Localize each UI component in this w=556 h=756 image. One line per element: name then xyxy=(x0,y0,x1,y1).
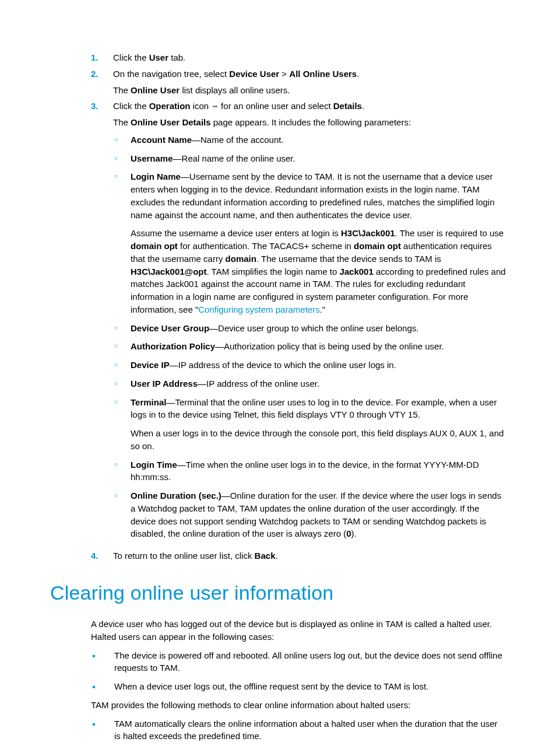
param-terminal-note: When a user logs in to the device throug… xyxy=(131,427,506,453)
step-number: 3. xyxy=(91,100,98,546)
param-device-user-group: ○Device User Group—Device user group to … xyxy=(113,322,506,335)
clearing-methods-intro: TAM provides the following methods to cl… xyxy=(91,699,506,712)
step-number: 2. xyxy=(91,68,98,97)
clearing-methods-list: •TAM automatically clears the online inf… xyxy=(91,718,506,743)
param-account-name: ○Account Name—Name of the account. xyxy=(113,134,506,146)
param-terminal: ○ Terminal—Terminal that the online user… xyxy=(113,396,506,453)
circle-bullet-icon: ○ xyxy=(113,152,131,165)
circle-bullet-icon: ○ xyxy=(113,396,131,453)
param-login-time: ○Login Time—Time when the online user lo… xyxy=(113,459,506,484)
step-4: 4. To return to the online user list, cl… xyxy=(50,550,506,562)
list-item: •TAM automatically clears the online inf… xyxy=(91,718,506,743)
parameter-list: ○Account Name—Name of the account. ○User… xyxy=(113,134,506,540)
step-1: 1. Click the User tab. xyxy=(50,51,506,64)
param-online-duration: ○Online Duration (sec.)—Online duration … xyxy=(113,489,506,540)
circle-bullet-icon: ○ xyxy=(113,134,131,146)
clearing-intro: A device user who has logged out of the … xyxy=(91,618,506,643)
bullet-icon: • xyxy=(91,680,114,693)
step-subtext: The Online User list displays all online… xyxy=(113,84,506,97)
step-number: 4. xyxy=(91,550,98,562)
param-user-ip-address: ○User IP Address—IP address of the onlin… xyxy=(113,377,506,390)
circle-bullet-icon: ○ xyxy=(113,340,131,353)
param-username: ○Username—Real name of the online user. xyxy=(113,152,506,165)
step-number: 1. xyxy=(91,51,98,64)
step-text: On the navigation tree, select Device Us… xyxy=(113,69,359,79)
section-heading-clearing-online-user-info: Clearing online user information xyxy=(50,579,506,607)
circle-bullet-icon: ○ xyxy=(113,489,131,540)
circle-bullet-icon: ○ xyxy=(113,170,131,316)
ellipsis-icon: ••• xyxy=(211,102,219,111)
circle-bullet-icon: ○ xyxy=(113,359,131,372)
param-login-name: ○ Login Name—Username sent by the device… xyxy=(113,170,506,316)
halted-cases-list: •The device is powered off and rebooted.… xyxy=(91,649,506,693)
param-authorization-policy: ○Authorization Policy—Authorization poli… xyxy=(113,340,506,353)
circle-bullet-icon: ○ xyxy=(113,377,131,390)
step-text: Click the Operation icon ••• for an onli… xyxy=(113,101,364,111)
circle-bullet-icon: ○ xyxy=(113,459,131,484)
bullet-icon: • xyxy=(91,649,114,675)
circle-bullet-icon: ○ xyxy=(113,322,131,335)
bullet-icon: • xyxy=(91,718,114,743)
list-item: •When a device user logs out, the offlin… xyxy=(91,680,506,693)
step-2: 2. On the navigation tree, select Device… xyxy=(50,68,506,97)
step-text: To return to the online user list, click… xyxy=(113,551,278,561)
step-3: 3. Click the Operation icon ••• for an o… xyxy=(50,100,506,546)
configuring-system-parameters-link[interactable]: Configuring system parameters xyxy=(198,304,319,314)
param-login-name-example: Assume the username a device user enters… xyxy=(131,227,506,316)
step-text: Click the User tab. xyxy=(113,52,185,62)
param-device-ip: ○Device IP—IP address of the device to w… xyxy=(113,359,506,372)
numbered-steps: 1. Click the User tab. 2. On the navigat… xyxy=(50,51,506,562)
step-subtext: The Online User Details page appears. It… xyxy=(113,116,506,129)
list-item: •The device is powered off and rebooted.… xyxy=(91,649,506,675)
